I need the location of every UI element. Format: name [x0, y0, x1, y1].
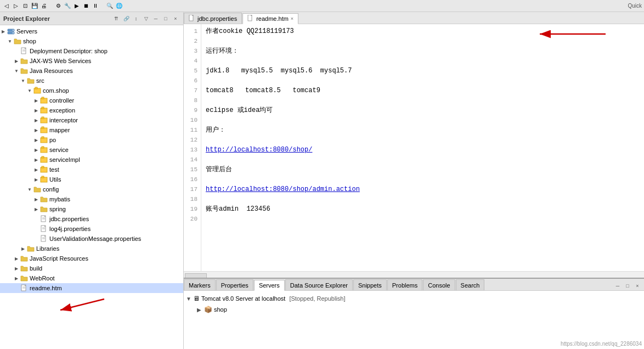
- tree-item-webroot[interactable]: ▶WebRoot: [0, 273, 183, 283]
- bottom-tab-servers[interactable]: Servers: [254, 280, 285, 291]
- svg-rect-8: [35, 87, 37, 89]
- svg-rect-10: [42, 97, 44, 99]
- tree-item-jaxws[interactable]: ▶JAX-WS Web Services: [0, 56, 183, 66]
- tree-toggle-mybatis[interactable]: ▶: [33, 196, 39, 202]
- tree-toggle-config[interactable]: ▼: [26, 186, 33, 193]
- editor-content: 1234567891011121314151617181920 作者cookie…: [184, 24, 644, 271]
- minimize-bottom[interactable]: ─: [613, 282, 622, 290]
- tree-item-po[interactable]: ▶po: [0, 135, 183, 145]
- bottom-tab-properties[interactable]: Properties: [216, 279, 253, 290]
- tree-item-shop[interactable]: ▼shop: [0, 36, 183, 46]
- panel-header: Project Explorer ⇈ 🔗 ↕ ▽ ─ □ ×: [0, 12, 183, 25]
- bottom-tab-problems[interactable]: Problems: [387, 279, 422, 290]
- tree-toggle-po[interactable]: ▶: [33, 137, 39, 143]
- tree-item-log4j-props[interactable]: log4j.properties: [0, 224, 183, 234]
- tree-item-serviceImpl[interactable]: ▶serviceImpl: [0, 155, 183, 165]
- tree-item-servers[interactable]: ▶Servers: [0, 26, 183, 36]
- toolbar-btn-7[interactable]: 🔧: [63, 2, 72, 10]
- view-menu-btn[interactable]: ▽: [142, 14, 150, 23]
- tree-toggle-controller[interactable]: ▶: [33, 97, 39, 104]
- bottom-tab-markers[interactable]: Markers: [184, 279, 216, 290]
- code-link-17[interactable]: http://localhost:8080/shop/admin.action: [206, 185, 360, 193]
- maximize-btn[interactable]: □: [161, 14, 170, 23]
- sync-btn[interactable]: ↕: [132, 14, 140, 23]
- minimize-btn[interactable]: ─: [151, 14, 160, 23]
- tree-toggle-service[interactable]: ▶: [33, 147, 39, 153]
- tree-item-spring[interactable]: ▶spring: [0, 204, 183, 214]
- tree-toggle-javascript-resources[interactable]: ▶: [13, 255, 20, 262]
- tree-item-controller[interactable]: ▶controller: [0, 95, 183, 105]
- code-line-2: [206, 36, 640, 46]
- tree-item-interceptor[interactable]: ▶interceptor: [0, 115, 183, 125]
- toolbar-btn-10[interactable]: ⏸: [91, 2, 100, 10]
- code-area[interactable]: 作者cookie QQ2118119173运行环境：jdk1.8 mysql5.…: [201, 24, 644, 271]
- toolbar-btn-6[interactable]: ⚙: [54, 2, 63, 10]
- tree-toggle-src[interactable]: ▼: [20, 77, 26, 84]
- tree-toggle-interceptor[interactable]: ▶: [33, 117, 39, 123]
- tree-item-deployment[interactable]: Deployment Descriptor: shop: [0, 46, 183, 56]
- toolbar-btn-9[interactable]: ⏹: [82, 2, 91, 10]
- tree-icon-service: [39, 145, 48, 154]
- shop-icon: 📦: [204, 306, 212, 313]
- close-bottom[interactable]: ×: [633, 282, 642, 290]
- code-line-12: [206, 135, 640, 145]
- tree-item-exception[interactable]: ▶exception: [0, 105, 183, 115]
- tree-toggle-jaxws[interactable]: ▶: [13, 58, 20, 64]
- tree-item-com-shop[interactable]: ▼com.shop: [0, 86, 183, 95]
- tree-label-test: test: [49, 166, 59, 173]
- bottom-panel-actions: ─□×: [613, 282, 644, 290]
- server-child-shop[interactable]: ▶ 📦 shop: [186, 304, 642, 315]
- toolbar-btn-8[interactable]: ▶: [72, 2, 81, 10]
- toolbar-btn-2[interactable]: ▷: [12, 2, 20, 10]
- tree-toggle-spring[interactable]: ▶: [33, 206, 39, 212]
- tree-item-javascript-resources[interactable]: ▶JavaScript Resources: [0, 254, 183, 263]
- toolbar-btn-3[interactable]: ⊡: [21, 2, 30, 10]
- tree-toggle-com-shop[interactable]: ▼: [26, 87, 33, 94]
- tree-toggle-test[interactable]: ▶: [33, 166, 39, 173]
- bottom-tab-snippets[interactable]: Snippets: [353, 279, 387, 290]
- toolbar-btn-12[interactable]: 🌐: [115, 2, 123, 10]
- code-line-18: [206, 194, 640, 204]
- tree-item-test[interactable]: ▶test: [0, 165, 183, 174]
- toolbar-btn-1[interactable]: ◁: [2, 2, 11, 10]
- collapse-all-btn[interactable]: ⇈: [112, 14, 121, 23]
- tree-toggle-shop[interactable]: ▼: [7, 38, 13, 44]
- tree-toggle-java-resources[interactable]: ▼: [13, 67, 20, 74]
- tree-item-utils[interactable]: ▶Utils: [0, 174, 183, 184]
- tree-item-readme[interactable]: readme.htm: [0, 283, 183, 293]
- tree-toggle-utils[interactable]: ▶: [33, 176, 39, 183]
- tree-item-jdbc-props[interactable]: jdbc.properties: [0, 214, 183, 224]
- tree-item-service[interactable]: ▶service: [0, 145, 183, 155]
- tree-toggle-libraries[interactable]: ▶: [20, 245, 26, 252]
- code-link-13[interactable]: http://localhost:8080/shop/: [206, 146, 312, 154]
- tree-item-mybatis[interactable]: ▶mybatis: [0, 194, 183, 204]
- bottom-tab-search[interactable]: Search: [456, 279, 485, 290]
- tree-toggle-mapper[interactable]: ▶: [33, 127, 39, 133]
- tab-close-readme[interactable]: ×: [291, 16, 293, 21]
- bottom-tab-console[interactable]: Console: [423, 279, 455, 290]
- link-editor-btn[interactable]: 🔗: [122, 14, 131, 23]
- maximize-bottom[interactable]: □: [623, 282, 632, 290]
- editor-tab-jdbc[interactable]: jdbc.properties: [184, 13, 242, 24]
- toolbar-btn-5[interactable]: 🖨: [39, 2, 48, 10]
- editor-tab-readme[interactable]: readme.htm×: [242, 13, 298, 24]
- tree-toggle-exception[interactable]: ▶: [33, 107, 39, 114]
- close-panel-btn[interactable]: ×: [171, 14, 180, 23]
- tree-toggle-build[interactable]: ▶: [13, 265, 20, 272]
- toolbar-btn-11[interactable]: 🔍: [105, 2, 114, 10]
- bottom-tab-datasource[interactable]: Data Source Explorer: [285, 279, 353, 290]
- tree-item-mapper[interactable]: ▶mapper: [0, 125, 183, 135]
- tree-item-src[interactable]: ▼src: [0, 76, 183, 86]
- tree-item-build[interactable]: ▶build: [0, 263, 183, 273]
- server-item[interactable]: ▼ 🖥 Tomcat v8.0 Server at localhost [Sto…: [186, 293, 642, 304]
- tree-toggle-servers[interactable]: ▶: [0, 28, 7, 35]
- tree-item-config[interactable]: ▼config: [0, 184, 183, 194]
- tree-toggle-serviceImpl[interactable]: ▶: [33, 156, 39, 163]
- toolbar-btn-4[interactable]: 💾: [30, 2, 39, 10]
- tree-item-java-resources[interactable]: ▼Java Resources: [0, 66, 183, 76]
- tree-label-controller: controller: [49, 97, 74, 104]
- editor-scrollbar[interactable]: [184, 271, 644, 278]
- tree-item-libraries[interactable]: ▶Libraries: [0, 244, 183, 254]
- tree-toggle-webroot[interactable]: ▶: [13, 275, 20, 282]
- tree-item-uservalidation-props[interactable]: UserValidationMessage.properties: [0, 234, 183, 244]
